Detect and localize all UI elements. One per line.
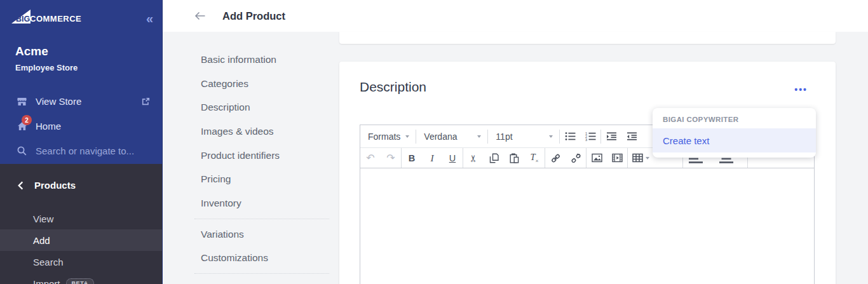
section-nav: Basic information Categories Description… (194, 48, 329, 277)
formats-label: Formats (368, 132, 400, 142)
sidebar-item-products-add[interactable]: Add (0, 229, 162, 251)
outdent-icon (627, 132, 637, 141)
underline-icon: U (449, 153, 456, 163)
undo-button[interactable]: ↶ (360, 148, 381, 168)
outdent-button[interactable] (621, 125, 642, 147)
copy-icon (489, 153, 499, 163)
sidebar-item-view-store[interactable]: View Store (0, 89, 162, 114)
unlink-icon (571, 153, 581, 163)
products-items: View Add Search Import BETA (0, 208, 162, 284)
clear-formatting-icon: T× (530, 152, 538, 164)
paste-icon (510, 153, 519, 163)
copywriter-menu-header: BIGAI COPYWRITER (653, 116, 816, 128)
bold-button[interactable]: B (402, 148, 422, 168)
ellipsis-menu-button[interactable]: ••• (794, 85, 808, 94)
font-family-select[interactable]: Verdana (416, 125, 487, 147)
products-panel: Products View Add Search Import BETA (0, 164, 162, 284)
sidebar-item-label: View Store (36, 96, 141, 107)
bullet-list-button[interactable] (560, 125, 580, 147)
svg-text:BIG: BIG (16, 15, 30, 24)
italic-button[interactable]: I (422, 148, 442, 168)
section-link-categories[interactable]: Categories (194, 72, 329, 96)
video-icon (612, 153, 623, 163)
arrow-left-icon (194, 11, 206, 21)
italic-icon: I (430, 152, 433, 164)
sidebar: BIG COMMERCE « Acme Employee Store View … (0, 0, 163, 284)
image-icon (592, 153, 602, 163)
cut-button[interactable]: ✂ (463, 148, 484, 168)
sidebar-logo-row: BIG COMMERCE « (10, 10, 153, 27)
editor-content-area[interactable] (360, 168, 814, 284)
indent-icon (606, 132, 617, 141)
bigcommerce-logo: BIG COMMERCE (10, 10, 86, 27)
sidebar-nav: View Store 2 Home Sear (0, 89, 162, 163)
section-link-images-videos[interactable]: Images & videos (194, 119, 329, 144)
create-text-menu-item[interactable]: Create text (653, 128, 816, 152)
divider (194, 273, 329, 274)
sidebar-item-products-import[interactable]: Import BETA (0, 273, 162, 284)
underline-button[interactable]: U (442, 148, 463, 168)
section-link-variations[interactable]: Variations (194, 222, 329, 247)
svg-text:COMMERCE: COMMERCE (30, 14, 81, 24)
notification-badge: 2 (22, 115, 32, 125)
chevron-down-icon (477, 135, 481, 138)
insert-link-button[interactable] (545, 148, 566, 168)
numbered-list-button[interactable]: 123 (580, 125, 600, 147)
divider (194, 219, 329, 219)
store-type-label: Employee Store (15, 63, 78, 72)
remove-link-button[interactable] (566, 148, 586, 168)
sidebar-item-label: Home (36, 121, 151, 132)
app-root: BIG COMMERCE « Acme Employee Store View … (0, 0, 868, 284)
formats-select[interactable]: Formats (360, 125, 416, 147)
sidebar-item-home[interactable]: 2 Home (0, 114, 162, 139)
item-label: View (33, 213, 53, 224)
redo-button[interactable]: ↷ (381, 148, 401, 168)
sidebar-item-products[interactable]: Products (0, 164, 162, 191)
section-link-pricing[interactable]: Pricing (194, 167, 329, 191)
search-icon (17, 145, 27, 156)
numbered-list-icon: 123 (585, 132, 596, 141)
page-header: Add Product (163, 0, 868, 32)
chevron-left-icon (18, 181, 24, 190)
bold-icon: B (409, 153, 415, 163)
sidebar-item-products-search[interactable]: Search (0, 251, 162, 273)
sidebar-search[interactable]: Search or navigate to... (0, 139, 162, 163)
paste-button[interactable] (504, 148, 524, 168)
item-label: Import (33, 278, 60, 284)
description-card: Description ••• Formats Verdana (339, 62, 836, 284)
section-link-basic-information[interactable]: Basic information (194, 48, 329, 72)
insert-table-button[interactable] (628, 148, 653, 168)
home-icon: 2 (17, 121, 27, 132)
item-label: Add (33, 235, 50, 246)
font-family-label: Verdana (424, 132, 457, 142)
chevron-down-icon (405, 135, 409, 138)
link-icon (550, 153, 561, 163)
products-title: Products (34, 180, 76, 191)
insert-image-button[interactable] (587, 148, 607, 168)
sidebar-collapse-button[interactable]: « (146, 12, 153, 25)
indent-button[interactable] (601, 125, 621, 147)
section-link-description[interactable]: Description (194, 95, 329, 119)
search-placeholder: Search or navigate to... (36, 145, 151, 156)
external-link-icon (141, 97, 151, 106)
table-icon (632, 153, 643, 163)
storefront-icon (17, 96, 27, 107)
sidebar-item-products-view[interactable]: View (0, 208, 162, 229)
store-info: Acme Employee Store (15, 44, 78, 72)
section-link-inventory[interactable]: Inventory (194, 191, 329, 215)
section-link-product-identifiers[interactable]: Product identifiers (194, 144, 329, 168)
copy-button[interactable] (484, 148, 504, 168)
font-size-select[interactable]: 11pt (488, 125, 559, 147)
copywriter-menu: BIGAI COPYWRITER Create text (653, 108, 816, 158)
previous-card-bottom (339, 32, 836, 44)
section-link-customizations[interactable]: Customizations (194, 247, 329, 271)
svg-text:3: 3 (585, 138, 587, 141)
chevron-down-icon (549, 135, 553, 138)
insert-video-button[interactable] (607, 148, 627, 168)
description-title: Description (360, 79, 426, 95)
scissors-icon: ✂ (468, 154, 479, 162)
page-title: Add Product (222, 10, 285, 22)
store-name: Acme (15, 44, 78, 58)
back-button[interactable] (194, 11, 206, 21)
clear-formatting-button[interactable]: T× (524, 148, 545, 168)
